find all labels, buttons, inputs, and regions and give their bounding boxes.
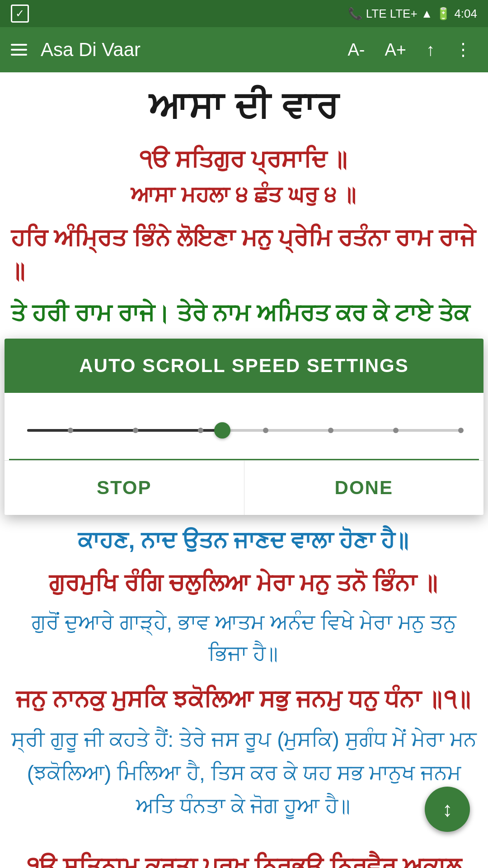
content-bottom: ੧ੳ ਸਤਿਨਾਮੁ ਕਰਤਾ ਪੁਰਖੁ ਨਿਰਭਉ ਨਿਰਵੈਰੁ ਅਕਾਲ [0, 850, 488, 868]
dialog-body [5, 393, 483, 459]
slider-thumb[interactable] [214, 422, 230, 439]
network-label: LTE LTE+ [366, 7, 418, 21]
time-label: 4:04 [454, 7, 477, 21]
slider-dot-2 [133, 428, 138, 433]
verse-line-2-partial: ਤੇ ਹਰੀ ਰਾਮ ਰਾਜੇ। ਤੇਰੇ ਨਾਮ ਅਮਿਰਤ ਕਰ ਕੇ ਟਾ… [11, 297, 477, 330]
dialog-header: AUTO SCROLL SPEED SETTINGS [5, 339, 483, 393]
slider-dot-4 [263, 428, 268, 433]
slider-dot-6 [393, 428, 399, 433]
verse-blue-translation: ਗੁਰੋਂ ਦੁਆਰੇ ਗਾੜ੍ਹੇ, ਭਾਵ ਆਤਮ ਅਨੰਦ ਵਿਖੇ ਮੇ… [11, 607, 477, 670]
slider-track[interactable] [27, 429, 461, 432]
verse-red-gurmukhi: ਗੁਰਮੁਖਿ ਰੰਗਿ ਚਲੁਲਿਆ ਮੇਰਾ ਮਨੁ ਤਨੋ ਭਿੰਨਾ ॥ [11, 567, 477, 600]
verse-line-1: ਹਰਿ ਅੰਮ੍ਰਿਤ ਭਿੰਨੇ ਲੋਇਣਾ ਮਨੁ ਪ੍ਰੇਮਿ ਰਤੰਨਾ… [11, 222, 477, 288]
font-increase-button[interactable]: A+ [379, 37, 412, 63]
page-title: ਆਸਾ ਦੀ ਵਾਰ [11, 86, 477, 128]
speed-slider-container [23, 411, 465, 450]
status-bar-left: ✓ [11, 5, 29, 23]
verse-blue-1: ਕਾਹਣ, ਨਾਦ ਉਤਨ ਜਾਣਦ ਵਾਲਾ ਹੋਣਾ ਹੈ॥ [11, 524, 477, 558]
auto-scroll-fab[interactable]: ↕ [425, 787, 470, 832]
slider-dot-1 [68, 428, 73, 433]
content-below: ਕਾਹਣ, ਨਾਦ ਉਤਨ ਜਾਣਦ ਵਾਲਾ ਹੋਣਾ ਹੈ॥ ਗੁਰਮੁਖਿ… [0, 515, 488, 850]
scroll-speed-dialog: AUTO SCROLL SPEED SETTINGS [0, 339, 488, 515]
slider-dot-3 [198, 428, 203, 433]
verse-mahala: ਆਸਾ ਮਹਲਾ ੪ ਛੰਤ ਘਰੁ ੪ ॥ [11, 183, 477, 208]
app-bar: Asa Di Vaar A- A+ ↑ ⋮ [0, 27, 488, 72]
stop-button[interactable]: STOP [5, 461, 244, 515]
dialog-container: AUTO SCROLL SPEED SETTINGS [5, 339, 483, 515]
phone-icon: 📞 [348, 7, 362, 21]
scroll-arrows-icon: ↕ [442, 797, 453, 821]
app-title: Asa Di Vaar [41, 39, 333, 61]
slider-fill [27, 429, 222, 432]
verse-red-numbered: ਜਨੁ ਨਾਨਕੁ ਮੁਸਕਿ ਝਕੋਲਿਆ ਸਭੁ ਜਨਮੁ ਧਨੁ ਧੰਨਾ… [11, 683, 477, 716]
status-bar: ✓ 📞 LTE LTE+ ▲ 🔋 4:04 [0, 0, 488, 27]
dialog-title: AUTO SCROLL SPEED SETTINGS [79, 355, 409, 376]
verse-red-bottom: ੧ੳ ਸਤਿਨਾਮੁ ਕਰਤਾ ਪੁਰਖੁ ਨਿਰਭਉ ਨਿਰਵੈਰੁ ਅਕਾਲ [11, 850, 477, 868]
more-options-button[interactable]: ⋮ [449, 36, 477, 63]
scroll-up-button[interactable]: ↑ [421, 37, 440, 63]
done-button[interactable]: DONE [244, 461, 484, 515]
status-bar-right: 📞 LTE LTE+ ▲ 🔋 4:04 [348, 7, 477, 21]
verse-mangal: ੧ੳ ਸਤਿਗੁਰ ਪ੍ਰਸਾਦਿ ॥ [11, 146, 477, 174]
dialog-actions: STOP DONE [5, 460, 483, 515]
slider-dot-5 [328, 428, 333, 433]
font-decrease-button[interactable]: A- [342, 37, 370, 63]
content-area: ਆਸਾ ਦੀ ਵਾਰ ੧ੳ ਸਤਿਗੁਰ ਪ੍ਰਸਾਦਿ ॥ ਆਸਾ ਮਹਲਾ … [0, 72, 488, 330]
notification-icon: ✓ [11, 5, 29, 23]
signal-icon: ▲ [421, 7, 433, 21]
battery-icon: 🔋 [436, 7, 450, 21]
slider-dot-7 [458, 428, 464, 433]
hamburger-menu-button[interactable] [11, 41, 27, 59]
verse-blue-long: ਸ੍ਰੀ ਗੁਰੂ ਜੀ ਕਹਤੇ ਹੈਂ: ਤੇਰੇ ਜਸ ਰੂਪ (ਮੁਸਕ… [11, 723, 477, 823]
